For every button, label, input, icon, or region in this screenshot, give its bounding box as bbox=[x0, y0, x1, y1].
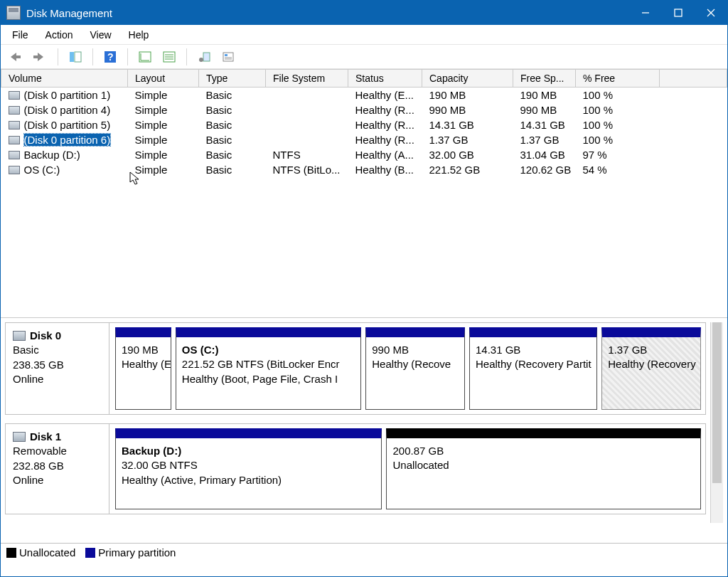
cell-fs: NTFS (BitLo... bbox=[266, 162, 348, 177]
col-free[interactable]: Free Sp... bbox=[513, 70, 576, 88]
cell-layout: Simple bbox=[128, 147, 199, 162]
cell-layout: Simple bbox=[128, 102, 199, 117]
disk-info[interactable]: Disk 0Basic238.35 GBOnline bbox=[6, 323, 109, 414]
partition[interactable]: 200.87 GBUnallocated bbox=[386, 428, 701, 509]
menu-file[interactable]: File bbox=[5, 28, 36, 42]
disk-state: Online bbox=[13, 473, 102, 487]
volume-icon bbox=[9, 166, 20, 174]
volume-icon bbox=[9, 106, 20, 115]
volume-icon bbox=[9, 136, 20, 144]
col-type[interactable]: Type bbox=[199, 70, 266, 88]
scrollbar-thumb[interactable] bbox=[712, 322, 722, 483]
cell-status: Healthy (B... bbox=[348, 162, 422, 177]
cell-capacity: 1.37 GB bbox=[422, 132, 513, 147]
disk-icon bbox=[13, 432, 26, 442]
volume-name: (Disk 0 partition 6) bbox=[24, 134, 111, 146]
cell-status: Healthy (A... bbox=[348, 147, 422, 162]
volume-table[interactable]: Volume Layout Type File System Status Ca… bbox=[1, 69, 727, 177]
table-row[interactable]: Backup (D:)SimpleBasicNTFSHealthy (A...3… bbox=[1, 147, 727, 162]
disk-state: Online bbox=[13, 372, 102, 386]
scrollbar[interactable] bbox=[710, 322, 723, 523]
col-spare[interactable] bbox=[660, 70, 727, 88]
col-fs[interactable]: File System bbox=[266, 70, 348, 88]
refresh-icon[interactable] bbox=[135, 48, 155, 66]
cell-fs bbox=[266, 117, 348, 132]
partition[interactable]: 190 MBHealthy (EFI bbox=[115, 327, 171, 410]
list-icon[interactable] bbox=[159, 48, 179, 66]
svg-marker-5 bbox=[33, 53, 43, 61]
partition-size: 221.52 GB NTFS (BitLocker Encr bbox=[182, 357, 355, 371]
svg-rect-18 bbox=[225, 54, 228, 56]
app-icon bbox=[6, 6, 21, 20]
partition-status: Healthy (Recovery Partit bbox=[476, 357, 591, 371]
col-pct[interactable]: % Free bbox=[576, 70, 660, 88]
cell-fs bbox=[266, 132, 348, 147]
partition-status: Healthy (EFI bbox=[122, 357, 165, 371]
col-volume[interactable]: Volume bbox=[1, 70, 128, 88]
cell-status: Healthy (R... bbox=[348, 132, 422, 147]
partitions: 190 MBHealthy (EFIOS (C:)221.52 GB NTFS … bbox=[115, 323, 705, 414]
cell-type: Basic bbox=[199, 147, 266, 162]
partition[interactable]: 1.37 GBHealthy (Recovery bbox=[601, 327, 701, 410]
table-row[interactable]: OS (C:)SimpleBasicNTFS (BitLo...Healthy … bbox=[1, 162, 727, 177]
svg-rect-7 bbox=[75, 52, 81, 62]
disk-info[interactable]: Disk 1Removable232.88 GBOnline bbox=[6, 424, 109, 514]
cell-fs bbox=[266, 88, 348, 103]
partition-title: Backup (D:) bbox=[122, 444, 375, 458]
cell-type: Basic bbox=[199, 132, 266, 147]
close-button[interactable] bbox=[695, 1, 727, 25]
partition[interactable]: 990 MBHealthy (Recove bbox=[365, 327, 465, 410]
table-row[interactable]: (Disk 0 partition 5)SimpleBasicHealthy (… bbox=[1, 117, 727, 132]
forward-icon[interactable] bbox=[31, 48, 50, 66]
partition-size: 200.87 GB bbox=[392, 444, 695, 458]
svg-rect-15 bbox=[203, 53, 210, 61]
minimize-button[interactable] bbox=[629, 1, 662, 25]
col-status[interactable]: Status bbox=[348, 70, 422, 88]
col-layout[interactable]: Layout bbox=[128, 70, 199, 88]
cell-capacity: 221.52 GB bbox=[422, 162, 513, 177]
col-capacity[interactable]: Capacity bbox=[422, 70, 513, 88]
legend-primary: Primary partition bbox=[85, 546, 176, 559]
table-row[interactable]: (Disk 0 partition 6)SimpleBasicHealthy (… bbox=[1, 132, 727, 147]
cell-capacity: 190 MB bbox=[422, 88, 513, 103]
cell-free: 31.04 GB bbox=[513, 147, 576, 162]
cell-pct: 97 % bbox=[576, 147, 660, 162]
volume-name: (Disk 0 partition 5) bbox=[24, 119, 111, 131]
disk-row[interactable]: Disk 0Basic238.35 GBOnline190 MBHealthy … bbox=[5, 322, 706, 415]
partition-status: Healthy (Recovery bbox=[608, 357, 695, 371]
menu-action[interactable]: Action bbox=[38, 28, 80, 42]
cell-capacity: 32.00 GB bbox=[422, 147, 513, 162]
partition-title: OS (C:) bbox=[182, 343, 355, 357]
cell-free: 1.37 GB bbox=[513, 132, 576, 147]
properties-icon[interactable] bbox=[218, 48, 238, 66]
window-title: Disk Management bbox=[26, 7, 112, 19]
action-icon[interactable] bbox=[194, 48, 214, 66]
maximize-button[interactable] bbox=[662, 1, 695, 25]
volume-icon bbox=[9, 151, 20, 159]
console-tree-icon[interactable] bbox=[65, 48, 85, 66]
disk-graphic-pane[interactable]: Disk 0Basic238.35 GBOnline190 MBHealthy … bbox=[1, 318, 727, 543]
disk-row[interactable]: Disk 1Removable232.88 GBOnlineBackup (D:… bbox=[5, 423, 706, 514]
partition[interactable]: Backup (D:)32.00 GB NTFSHealthy (Active,… bbox=[115, 428, 382, 509]
volume-name: (Disk 0 partition 1) bbox=[24, 89, 111, 101]
cell-status: Healthy (R... bbox=[348, 117, 422, 132]
volume-list-pane[interactable]: Volume Layout Type File System Status Ca… bbox=[1, 69, 727, 318]
cell-pct: 100 % bbox=[576, 88, 660, 103]
back-icon[interactable] bbox=[6, 48, 26, 66]
partition-status: Healthy (Boot, Page File, Crash I bbox=[182, 372, 355, 386]
volume-name: (Disk 0 partition 4) bbox=[24, 104, 111, 116]
cell-type: Basic bbox=[199, 162, 266, 177]
partition[interactable]: OS (C:)221.52 GB NTFS (BitLocker EncrHea… bbox=[176, 327, 361, 410]
menu-help[interactable]: Help bbox=[122, 28, 156, 42]
table-row[interactable]: (Disk 0 partition 1)SimpleBasicHealthy (… bbox=[1, 88, 727, 103]
menubar: File Action View Help bbox=[1, 25, 727, 45]
partition-size: 14.31 GB bbox=[476, 343, 591, 357]
help-icon[interactable]: ? bbox=[100, 48, 120, 66]
cell-layout: Simple bbox=[128, 88, 199, 103]
table-header-row: Volume Layout Type File System Status Ca… bbox=[1, 70, 727, 88]
table-row[interactable]: (Disk 0 partition 4)SimpleBasicHealthy (… bbox=[1, 102, 727, 117]
cell-pct: 100 % bbox=[576, 132, 660, 147]
partitions: Backup (D:)32.00 GB NTFSHealthy (Active,… bbox=[115, 424, 705, 514]
menu-view[interactable]: View bbox=[82, 28, 118, 42]
partition[interactable]: 14.31 GBHealthy (Recovery Partit bbox=[469, 327, 597, 410]
